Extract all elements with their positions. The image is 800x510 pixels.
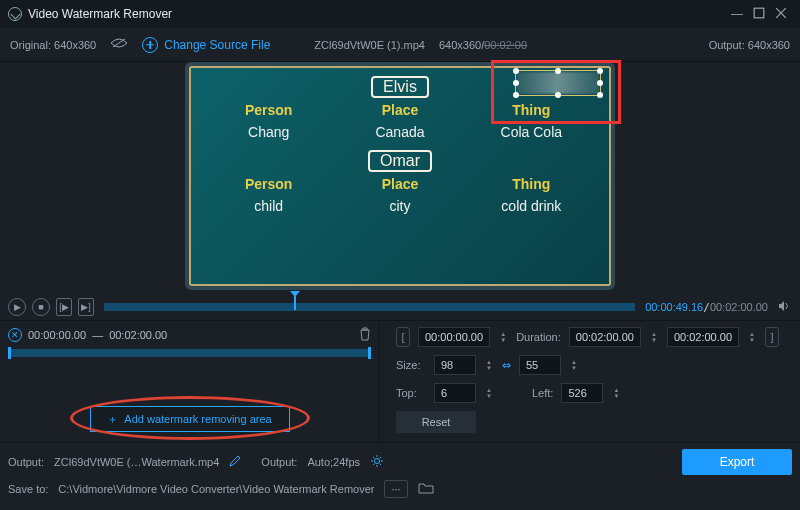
change-source-label: Change Source File: [164, 38, 270, 52]
volume-icon[interactable]: [778, 300, 792, 315]
maximize-button[interactable]: [748, 7, 770, 22]
preview-name-1: Elvis: [371, 76, 429, 98]
app-logo-icon: [8, 7, 22, 21]
duration-down[interactable]: ▼: [649, 337, 659, 343]
output-dim-label: Output: 640x360: [709, 39, 790, 51]
timeline-scrubber[interactable]: [104, 300, 635, 314]
duration-label: Duration:: [516, 331, 561, 343]
output-file-name: ZCl69dVtW0E (…Watermark.mp4: [54, 456, 219, 468]
set-out-button[interactable]: ]: [765, 327, 779, 347]
cat-2-1: Person: [203, 176, 334, 192]
output-format-label: Output:: [261, 456, 297, 468]
val-1-3: Cola Cola: [466, 124, 597, 140]
duration-field[interactable]: 00:02:00.00: [569, 327, 641, 347]
val-1-1: Chang: [203, 124, 334, 140]
playhead[interactable]: [294, 296, 296, 310]
clip-end: 00:02:00.00: [109, 329, 167, 341]
output-settings-button[interactable]: [370, 454, 384, 470]
top-label: Top:: [396, 387, 426, 399]
reset-button[interactable]: Reset: [396, 411, 476, 433]
mark-in-button[interactable]: [▶: [56, 298, 72, 316]
clip-link-icon[interactable]: ✕: [8, 328, 22, 342]
rename-output-button[interactable]: [229, 455, 241, 469]
set-in-button[interactable]: [: [396, 327, 410, 347]
val-1-2: Canada: [334, 124, 465, 140]
clip-range-bar[interactable]: [8, 349, 371, 357]
clip-start: 00:00:00.00: [28, 329, 86, 341]
svg-rect-0: [754, 8, 764, 18]
save-to-label: Save to:: [8, 483, 48, 495]
cat-2-2: Place: [334, 176, 465, 192]
source-filename: ZCl69dVtW0E (1).mp4: [314, 39, 425, 51]
delete-clip-button[interactable]: [359, 327, 371, 343]
aspect-lock-icon[interactable]: ⇔: [502, 359, 511, 372]
cat-1-2: Place: [334, 102, 465, 118]
open-folder-button[interactable]: [418, 482, 434, 496]
val-2-2: city: [334, 198, 465, 214]
minimize-button[interactable]: —: [726, 7, 748, 21]
left-down[interactable]: ▼: [611, 393, 621, 399]
source-dimensions: 640x360/00:02:00: [439, 39, 527, 51]
preview-name-2: Omar: [368, 150, 432, 172]
add-watermark-area-label: Add watermark removing area: [124, 413, 271, 425]
svg-point-4: [375, 458, 380, 463]
clip-sep: —: [92, 329, 103, 341]
browse-save-path-button[interactable]: ···: [384, 480, 407, 498]
plus-circle-icon: [142, 37, 158, 53]
preview-toggle-icon[interactable]: [110, 37, 128, 52]
original-label: Original: 640x360: [10, 39, 96, 51]
output-format-value: Auto;24fps: [307, 456, 360, 468]
export-button[interactable]: Export: [682, 449, 792, 475]
end-time-field[interactable]: 00:02:00.00: [667, 327, 739, 347]
close-button[interactable]: [770, 7, 792, 22]
val-2-3: cold drink: [466, 198, 597, 214]
stop-button[interactable]: ■: [32, 298, 50, 316]
time-readout: 00:00:49.16/00:02:00.00: [645, 301, 768, 314]
save-to-path: C:\Vidmore\Vidmore Video Converter\Video…: [58, 483, 374, 495]
cat-2-3: Thing: [466, 176, 597, 192]
size-label: Size:: [396, 359, 426, 371]
clip-handle-end[interactable]: [368, 347, 371, 359]
size-height-field[interactable]: 55: [519, 355, 561, 375]
val-2-1: child: [203, 198, 334, 214]
size-width-field[interactable]: 98: [434, 355, 476, 375]
left-label: Left:: [532, 387, 553, 399]
size-h-down[interactable]: ▼: [569, 365, 579, 371]
start-time-down[interactable]: ▼: [498, 337, 508, 343]
add-watermark-area-button[interactable]: ＋ Add watermark removing area: [90, 406, 290, 432]
size-w-down[interactable]: ▼: [484, 365, 494, 371]
change-source-button[interactable]: Change Source File: [142, 37, 270, 53]
video-preview[interactable]: Elvis PersonChang PlaceCanada ThingCola …: [185, 62, 615, 290]
output-file-label: Output:: [8, 456, 44, 468]
top-field[interactable]: 6: [434, 383, 476, 403]
play-button[interactable]: ▶: [8, 298, 26, 316]
end-time-down[interactable]: ▼: [747, 337, 757, 343]
clip-handle-start[interactable]: [8, 347, 11, 359]
plus-icon: ＋: [107, 412, 118, 427]
cat-1-1: Person: [203, 102, 334, 118]
mark-out-button[interactable]: ▶]: [78, 298, 94, 316]
left-field[interactable]: 526: [561, 383, 603, 403]
window-title: Video Watermark Remover: [28, 7, 726, 21]
annotation-highlight-box: [491, 60, 621, 124]
start-time-field[interactable]: 00:00:00.00: [418, 327, 490, 347]
top-down[interactable]: ▼: [484, 393, 494, 399]
